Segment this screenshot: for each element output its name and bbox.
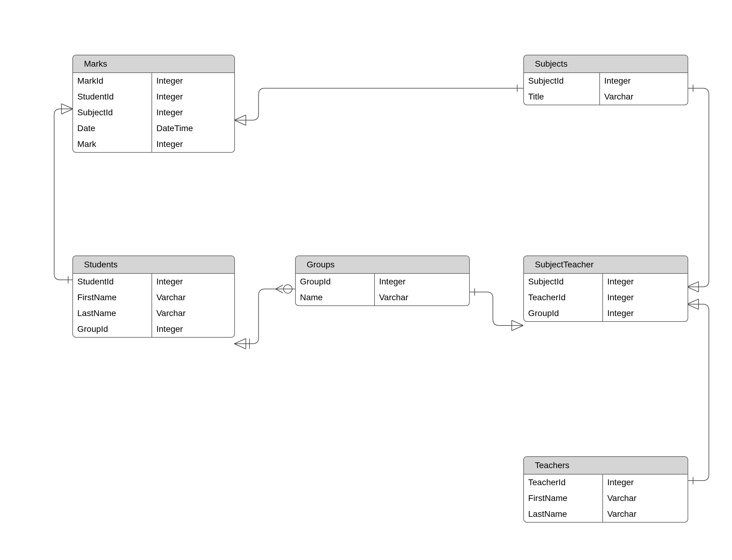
table-row: LastNameVarchar bbox=[524, 506, 688, 522]
entity-title: SubjectTeacher bbox=[524, 256, 688, 274]
entity-marks[interactable]: Marks MarkIdInteger StudentIdInteger Sub… bbox=[72, 55, 235, 153]
table-row: SubjectIdInteger bbox=[524, 274, 688, 290]
entity-teachers[interactable]: Teachers TeacherIdInteger FirstNameVarch… bbox=[523, 456, 688, 523]
field-type: Integer bbox=[152, 105, 187, 120]
field-name: GroupId bbox=[296, 274, 375, 290]
table-row: TitleVarchar bbox=[524, 89, 688, 105]
field-type: DateTime bbox=[152, 120, 197, 136]
field-type: Varchar bbox=[152, 305, 190, 321]
table-row: SubjectIdInteger bbox=[73, 105, 234, 120]
entity-title: Teachers bbox=[524, 457, 688, 475]
rel-marks-subjects bbox=[234, 88, 523, 120]
table-row: MarkInteger bbox=[73, 136, 234, 152]
rel-subjects-subjectteacher bbox=[687, 88, 709, 287]
field-name: SubjectId bbox=[73, 105, 152, 120]
table-row: SubjectIdInteger bbox=[524, 73, 688, 89]
field-name: GroupId bbox=[73, 321, 152, 337]
field-name: SubjectId bbox=[524, 274, 603, 290]
field-type: Integer bbox=[603, 475, 638, 490]
field-name: GroupId bbox=[524, 305, 603, 321]
field-name: TeacherId bbox=[524, 290, 603, 305]
table-row: TeacherIdInteger bbox=[524, 475, 688, 490]
field-name: TeacherId bbox=[524, 475, 603, 490]
field-name: StudentId bbox=[73, 89, 152, 105]
entity-title: Marks bbox=[73, 55, 234, 73]
field-name: Mark bbox=[73, 136, 152, 152]
field-name: Name bbox=[296, 290, 375, 305]
field-type: Varchar bbox=[600, 89, 638, 105]
rel-groups-subjectteacher bbox=[469, 292, 523, 325]
table-row: MarkIdInteger bbox=[73, 73, 234, 89]
field-type: Integer bbox=[600, 73, 635, 89]
table-row: FirstNameVarchar bbox=[524, 490, 688, 506]
field-type: Varchar bbox=[603, 506, 641, 522]
table-row: TeacherIdInteger bbox=[524, 290, 688, 305]
field-type: Integer bbox=[152, 274, 187, 290]
entity-title: Subjects bbox=[524, 55, 688, 73]
field-name: Date bbox=[73, 120, 152, 136]
field-type: Varchar bbox=[603, 490, 641, 506]
table-row: StudentIdInteger bbox=[73, 89, 234, 105]
table-row: DateDateTime bbox=[73, 120, 234, 136]
field-type: Integer bbox=[603, 290, 638, 305]
field-name: LastName bbox=[73, 305, 152, 321]
field-name: FirstName bbox=[73, 290, 152, 305]
table-row: LastNameVarchar bbox=[73, 305, 234, 321]
table-row: GroupIdInteger bbox=[296, 274, 469, 290]
entity-title: Groups bbox=[296, 256, 469, 274]
table-row: FirstNameVarchar bbox=[73, 290, 234, 305]
rel-students-groups bbox=[234, 289, 295, 344]
field-name: StudentId bbox=[73, 274, 152, 290]
rel-teachers-subjectteacher bbox=[687, 304, 709, 481]
field-type: Varchar bbox=[375, 290, 413, 305]
table-row: GroupIdInteger bbox=[524, 305, 688, 321]
table-row: NameVarchar bbox=[296, 290, 469, 305]
field-type: Integer bbox=[152, 321, 187, 337]
field-name: SubjectId bbox=[524, 73, 600, 89]
entity-subjects[interactable]: Subjects SubjectIdInteger TitleVarchar bbox=[523, 55, 688, 105]
field-type: Integer bbox=[152, 73, 187, 89]
entity-students[interactable]: Students StudentIdInteger FirstNameVarch… bbox=[72, 256, 235, 338]
field-type: Varchar bbox=[152, 290, 190, 305]
field-type: Integer bbox=[152, 136, 187, 152]
entity-title: Students bbox=[73, 256, 234, 274]
field-type: Integer bbox=[603, 305, 638, 321]
table-row: GroupIdInteger bbox=[73, 321, 234, 337]
entity-groups[interactable]: Groups GroupIdInteger NameVarchar bbox=[295, 256, 470, 306]
field-type: Integer bbox=[152, 89, 187, 105]
entity-subjectteacher[interactable]: SubjectTeacher SubjectIdInteger TeacherI… bbox=[523, 256, 688, 322]
field-name: Title bbox=[524, 89, 600, 105]
field-type: Integer bbox=[375, 274, 410, 290]
field-name: FirstName bbox=[524, 490, 603, 506]
rel-marks-students bbox=[54, 109, 73, 280]
table-row: StudentIdInteger bbox=[73, 274, 234, 290]
field-type: Integer bbox=[603, 274, 638, 290]
field-name: LastName bbox=[524, 506, 603, 522]
er-diagram-canvas: Marks MarkIdInteger StudentIdInteger Sub… bbox=[0, 0, 732, 560]
field-name: MarkId bbox=[73, 73, 152, 89]
